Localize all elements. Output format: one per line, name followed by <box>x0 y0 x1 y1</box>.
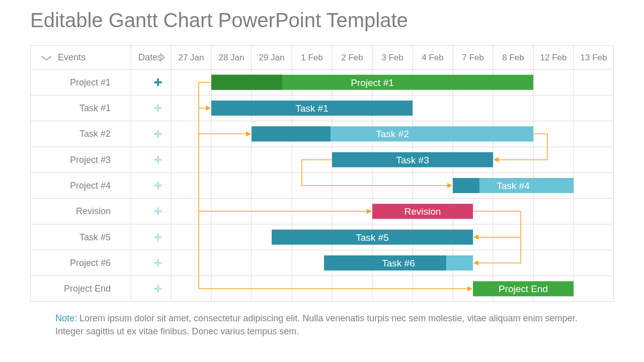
gantt-bar[interactable]: Project #1 <box>211 75 533 90</box>
gantt-bar-label: Project #1 <box>351 77 394 88</box>
gantt-bar-label: Task #5 <box>356 232 388 243</box>
gantt-bar[interactable]: Project End <box>473 281 574 296</box>
date-header: 1 Feb <box>301 53 323 62</box>
plus-icon[interactable] <box>155 105 161 111</box>
date-header: 4 Feb <box>422 53 443 62</box>
date-header: 2 Feb <box>341 53 363 62</box>
gantt-bar[interactable]: Task #4 <box>453 178 574 193</box>
plus-icon[interactable] <box>155 234 161 240</box>
date-header: 8 Feb <box>502 53 524 62</box>
svg-rect-47 <box>453 178 479 193</box>
row-name: Project End <box>64 284 111 294</box>
row-name: Project #4 <box>70 180 111 191</box>
note-text: Lorem ipsum dolor sit amet, consectetur … <box>55 313 577 336</box>
gantt-bar[interactable]: Task #2 <box>252 126 533 141</box>
date-header: 3 Feb <box>381 53 403 62</box>
note-label: Note: <box>55 313 77 323</box>
svg-rect-41 <box>211 75 282 90</box>
gantt-bar-label: Task #4 <box>497 180 530 191</box>
plus-icon[interactable] <box>155 79 161 85</box>
gantt-bar[interactable]: Task #1 <box>211 101 413 116</box>
gantt-bar[interactable]: Task #3 <box>332 152 493 167</box>
row-name: Task #5 <box>79 232 111 242</box>
gantt-bar[interactable]: Revision <box>372 204 473 219</box>
gantt-bar[interactable]: Task #5 <box>272 230 473 245</box>
gantt-bar-label: Project End <box>499 284 548 294</box>
gantt-bar[interactable]: Task #6 <box>324 255 473 270</box>
date-header: 13 Feb <box>581 53 607 62</box>
row-name: Revision <box>76 206 111 216</box>
footer-note: Note: Lorem ipsum dolor sit amet, consec… <box>55 312 589 338</box>
row-name: Task #2 <box>79 129 111 139</box>
plus-icon[interactable] <box>155 131 161 137</box>
col-header-dates: Dates <box>138 52 162 62</box>
col-header-events: Events <box>58 52 86 62</box>
chevron-down-icon[interactable] <box>41 56 51 60</box>
date-header: 7 Feb <box>462 53 484 62</box>
row-name: Task #1 <box>79 103 111 113</box>
row-name: Project #6 <box>70 258 111 268</box>
gantt-bar-label: Task #1 <box>295 103 328 114</box>
plus-icon[interactable] <box>155 260 161 266</box>
date-header: 27 Jan <box>178 53 204 62</box>
date-header: 28 Jan <box>218 53 244 62</box>
gantt-bar-label: Revision <box>405 206 441 217</box>
gantt-bar-label: Task #6 <box>382 258 415 268</box>
plus-icon[interactable] <box>155 286 161 292</box>
date-header: 12 Feb <box>540 53 567 62</box>
date-header: 29 Jan <box>259 53 284 62</box>
row-name: Project #3 <box>70 155 111 165</box>
plus-icon[interactable] <box>155 157 161 163</box>
gantt-bar-label: Task #3 <box>396 155 429 165</box>
plus-icon[interactable] <box>155 208 161 214</box>
row-name: Project #1 <box>70 77 111 87</box>
gantt-bar-label: Task #2 <box>376 129 409 139</box>
plus-icon[interactable] <box>155 183 161 189</box>
svg-rect-44 <box>252 126 331 141</box>
page-title: Editable Gantt Chart PowerPoint Template <box>30 9 408 32</box>
gantt-chart: 27 Jan28 Jan29 Jan1 Feb2 Feb3 Feb4 Feb7 … <box>30 45 614 302</box>
